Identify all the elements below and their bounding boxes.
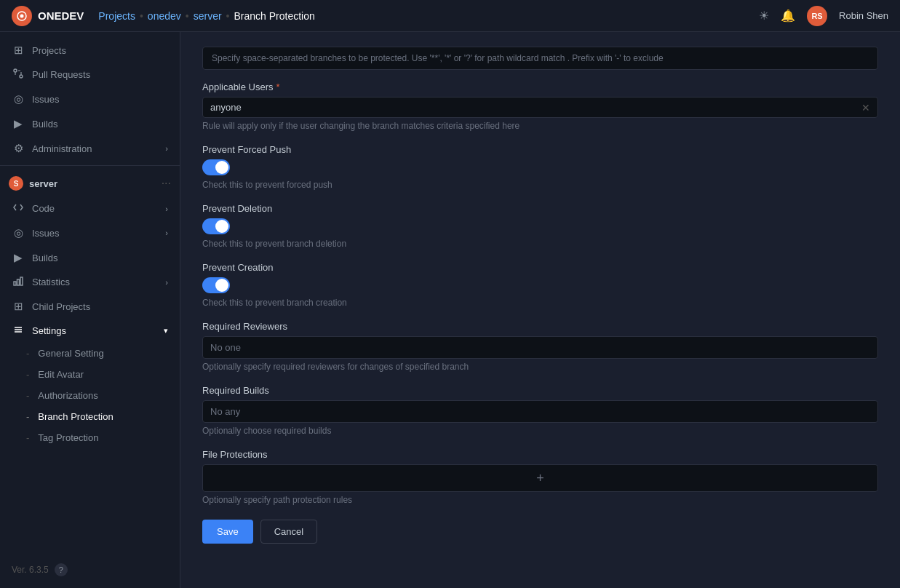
bell-icon[interactable]: 🔔 — [781, 9, 795, 23]
dash-avatar: - — [26, 369, 29, 380]
sidebar-item-code[interactable]: Code › — [0, 196, 180, 220]
sidebar-divider-1 — [0, 165, 180, 166]
sidebar-item-statistics[interactable]: Statistics › — [0, 270, 180, 294]
sidebar-item-child-projects[interactable]: ⊞ Child Projects — [0, 294, 180, 319]
statistics-icon — [12, 276, 25, 288]
applicable-users-input[interactable]: anyone ✕ — [202, 97, 878, 118]
toggle-knob-1 — [215, 161, 228, 174]
branches-hint-text: Specify space-separated branches to be p… — [212, 53, 487, 63]
required-star: * — [276, 82, 280, 92]
sidebar-sub-label-avatar: Edit Avatar — [38, 369, 84, 380]
svg-rect-5 — [17, 279, 20, 285]
prevent-creation-label: Prevent Creation — [202, 262, 878, 273]
app-logo[interactable]: ONEDEV — [12, 6, 84, 26]
user-name[interactable]: Robin Shen — [839, 10, 888, 21]
version-label: Ver. 6.3.5 — [12, 565, 49, 575]
issues-proj-chevron: › — [165, 229, 168, 237]
help-icon[interactable]: ? — [55, 563, 68, 576]
applicable-users-clear[interactable]: ✕ — [861, 102, 870, 114]
branches-hint: Specify space-separated branches to be p… — [202, 47, 878, 70]
sidebar-item-builds[interactable]: ▶ Builds — [0, 111, 180, 136]
prevent-deletion-toggle-wrap — [202, 218, 878, 234]
svg-rect-6 — [20, 277, 23, 285]
breadcrumb-onedev[interactable]: onedev — [148, 10, 181, 22]
sidebar-label-issues: Issues — [32, 94, 60, 105]
path-wildcard-link[interactable]: path wildcard match — [487, 53, 565, 63]
administration-icon: ⚙ — [12, 142, 25, 155]
prevent-deletion-hint: Check this to prevent branch deletion — [202, 239, 878, 249]
sidebar-label-code: Code — [32, 203, 55, 214]
cancel-button[interactable]: Cancel — [260, 520, 317, 544]
sidebar-label-administration: Administration — [32, 143, 92, 154]
save-button[interactable]: Save — [202, 520, 253, 544]
prevent-forced-push-toggle-wrap — [202, 159, 878, 175]
required-reviewers-label: Required Reviewers — [202, 321, 878, 332]
breadcrumb-server[interactable]: server — [194, 10, 222, 22]
prevent-creation-toggle[interactable] — [202, 277, 230, 293]
dash-general: - — [26, 348, 29, 359]
svg-point-1 — [20, 14, 24, 17]
sidebar-project-row[interactable]: S server ··· — [0, 170, 180, 196]
issues-proj-icon: ◎ — [12, 226, 25, 239]
applicable-users-input-wrap: anyone ✕ — [202, 97, 878, 118]
sidebar-item-builds-proj[interactable]: ▶ Builds — [0, 245, 180, 270]
project-dot: S — [9, 176, 23, 191]
sidebar-sub-general-setting[interactable]: - General Setting — [0, 343, 180, 364]
sidebar-item-issues-proj[interactable]: ◎ Issues › — [0, 220, 180, 245]
prevent-forced-push-toggle[interactable] — [202, 159, 230, 175]
sidebar-sub-label-auth: Authorizations — [38, 390, 97, 401]
breadcrumb-sep-3: • — [226, 10, 230, 22]
file-protections-label: File Protections — [202, 449, 878, 460]
sidebar-item-issues[interactable]: ◎ Issues — [0, 87, 180, 111]
required-builds-field[interactable]: No any — [202, 400, 878, 423]
required-builds-section: Required Builds No any Optionally choose… — [202, 385, 878, 436]
sidebar-item-settings[interactable]: Settings ▾ — [0, 319, 180, 343]
topnav: ONEDEV Projects • onedev • server • Bran… — [0, 0, 900, 32]
breadcrumb-sep-1: • — [140, 10, 143, 22]
project-menu-dots[interactable]: ··· — [162, 177, 171, 190]
project-name: server — [29, 178, 57, 189]
statistics-chevron: › — [165, 278, 168, 287]
svg-point-3 — [20, 75, 23, 78]
builds-proj-icon: ▶ — [12, 251, 25, 264]
sidebar-item-administration[interactable]: ⚙ Administration › — [0, 136, 180, 161]
svg-point-2 — [14, 69, 17, 72]
required-builds-hint: Optionally choose required builds — [202, 426, 878, 436]
prevent-forced-push-hint: Check this to prevent forced push — [202, 180, 878, 190]
file-protections-hint: Optionally specify path protection rules — [202, 495, 878, 505]
prevent-creation-section: Prevent Creation Check this to prevent b… — [202, 262, 878, 308]
dash-branch: - — [26, 411, 29, 422]
sidebar-sub-authorizations[interactable]: - Authorizations — [0, 385, 180, 406]
main-content: Specify space-separated branches to be p… — [180, 32, 900, 588]
builds-icon: ▶ — [12, 117, 25, 130]
child-projects-icon: ⊞ — [12, 300, 25, 313]
prevent-deletion-label: Prevent Deletion — [202, 203, 878, 214]
sidebar-label-child-projects: Child Projects — [32, 301, 90, 312]
toggle-knob-2 — [215, 220, 228, 233]
sidebar-label-statistics: Statistics — [32, 277, 70, 287]
sidebar-sub-edit-avatar[interactable]: - Edit Avatar — [0, 364, 180, 385]
issues-icon: ◎ — [12, 92, 25, 106]
theme-icon[interactable]: ☀ — [759, 9, 769, 23]
sidebar-label-builds-proj: Builds — [32, 253, 57, 263]
code-chevron: › — [165, 204, 168, 213]
sidebar-sub-label-general: General Setting — [38, 348, 103, 359]
breadcrumb-projects[interactable]: Projects — [98, 10, 135, 22]
app-name: ONEDEV — [38, 9, 84, 22]
required-builds-label: Required Builds — [202, 385, 878, 396]
prevent-creation-hint: Check this to prevent branch creation — [202, 298, 878, 308]
breadcrumb: Projects • onedev • server • Branch Prot… — [98, 10, 314, 22]
sidebar-item-projects[interactable]: ⊞ Projects — [0, 38, 180, 63]
sidebar-sub-branch-protection[interactable]: - Branch Protection — [0, 406, 180, 427]
prevent-deletion-toggle[interactable] — [202, 218, 230, 234]
administration-chevron: › — [165, 144, 168, 153]
required-reviewers-field[interactable]: No one — [202, 336, 878, 359]
branches-hint-suffix: . Prefix with '-' to exclude — [568, 53, 664, 63]
sidebar-item-pull-requests[interactable]: Pull Requests — [0, 63, 180, 87]
file-protections-table: + — [202, 464, 878, 492]
prevent-forced-push-section: Prevent Forced Push Check this to preven… — [202, 144, 878, 190]
sidebar-sub-tag-protection[interactable]: - Tag Protection — [0, 427, 180, 448]
add-file-protection-btn[interactable]: + — [530, 468, 550, 489]
applicable-users-hint: Rule will apply only if the user changin… — [202, 121, 878, 131]
sidebar-label-settings: Settings — [32, 325, 66, 336]
